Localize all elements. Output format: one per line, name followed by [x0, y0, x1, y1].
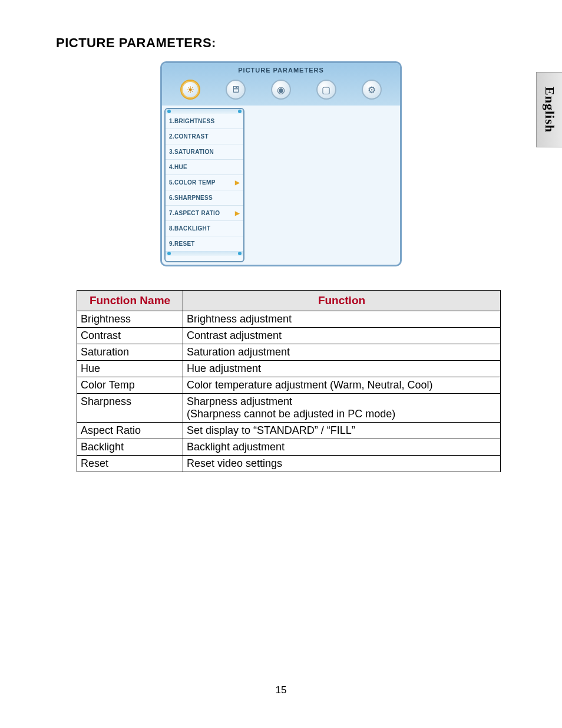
osd-menu-item[interactable]: 1.BRIGHTNESS [166, 114, 243, 129]
osd-menu-item-label: 9.RESET [169, 241, 195, 247]
table-row: BrightnessBrightness adjustment [77, 311, 501, 328]
osd-menu-bottom-strip [166, 251, 243, 256]
table-cell-name: Hue [77, 361, 183, 377]
audio-icon[interactable]: ◉ [271, 80, 291, 100]
table-header-desc: Function [183, 291, 501, 311]
table-header-name: Function Name [77, 291, 183, 311]
osd-menu-item-label: 6.SHARPNESS [169, 195, 213, 201]
osd-menu-item[interactable]: 4.HUE [166, 160, 243, 175]
dot-icon [167, 252, 171, 255]
audio-icon-glyph: ◉ [277, 84, 285, 95]
setup-icon[interactable]: ⚙ [362, 80, 382, 100]
osd-panel: PICTURE PARAMETERS ☀🖥◉▢⚙ 1.BRIGHTNESS2.C… [160, 61, 402, 266]
table-cell-desc: Hue adjustment [183, 361, 501, 377]
pc-icon[interactable]: 🖥 [226, 80, 246, 100]
table-cell-name: Saturation [77, 344, 183, 361]
osd-menu-item-label: 8.BACKLIGHT [169, 225, 211, 232]
setup-icon-glyph: ⚙ [368, 84, 376, 95]
osd-menu-item[interactable]: 9.RESET [166, 236, 243, 251]
dot-icon [167, 110, 171, 113]
table-cell-name: Backlight [77, 439, 183, 456]
osd-menu-item[interactable]: 8.BACKLIGHT [166, 221, 243, 236]
osd-menu: 1.BRIGHTNESS2.CONTRAST3.SATURATION4.HUE5… [164, 108, 244, 262]
picture-icon-glyph: ☀ [186, 84, 194, 95]
osd-menu-item-label: 5.COLOR TEMP [169, 179, 216, 186]
osd-menu-item-label: 1.BRIGHTNESS [169, 118, 215, 124]
table-cell-name: Aspect Ratio [77, 423, 183, 439]
table-row: Aspect RatioSet display to “STANDARD” / … [77, 423, 501, 439]
table-cell-name: Sharpness [77, 394, 183, 423]
language-tab: English [536, 72, 562, 147]
table-row: Color TempColor temperature adjustment (… [77, 377, 501, 394]
table-row: SharpnessSharpness adjustment (Sharpness… [77, 394, 501, 423]
table-cell-name: Color Temp [77, 377, 183, 394]
osd-title: PICTURE PARAMETERS [162, 65, 400, 77]
table-cell-desc: Backlight adjustment [183, 439, 501, 456]
table-row: ResetReset video settings [77, 456, 501, 472]
table-cell-name: Brightness [77, 311, 183, 328]
screen-icon[interactable]: ▢ [316, 80, 336, 100]
section-heading: PICTURE PARAMETERS: [56, 35, 506, 51]
osd-menu-top-strip [166, 109, 243, 114]
table-row: SaturationSaturation adjustment [77, 344, 501, 361]
submenu-arrow-icon: ▶ [235, 210, 240, 216]
table-cell-desc: Saturation adjustment [183, 344, 501, 361]
language-tab-label: English [542, 87, 557, 133]
osd-menu-item[interactable]: 5.COLOR TEMP▶ [166, 175, 243, 190]
dot-icon [238, 252, 242, 255]
osd-menu-item[interactable]: 6.SHARPNESS [166, 190, 243, 206]
table-cell-desc: Color temperature adjustment (Warm, Neut… [183, 377, 501, 394]
osd-menu-item-label: 4.HUE [169, 164, 187, 170]
submenu-arrow-icon: ▶ [235, 179, 240, 186]
table-cell-name: Reset [77, 456, 183, 472]
screen-icon-glyph: ▢ [322, 84, 330, 95]
osd-menu-item-label: 2.CONTRAST [169, 133, 209, 140]
function-table: Function Name Function BrightnessBrightn… [77, 290, 501, 472]
dot-icon [238, 110, 242, 113]
table-cell-desc: Set display to “STANDARD” / “FILL” [183, 423, 501, 439]
table-cell-desc: Sharpness adjustment (Sharpness cannot b… [183, 394, 501, 423]
table-cell-desc: Contrast adjustment [183, 328, 501, 344]
picture-icon[interactable]: ☀ [180, 80, 200, 100]
osd-body: 1.BRIGHTNESS2.CONTRAST3.SATURATION4.HUE5… [162, 106, 400, 265]
osd-tab-row: ☀🖥◉▢⚙ [162, 77, 400, 106]
osd-menu-item-label: 7.ASPECT RATIO [169, 210, 220, 216]
table-row: BacklightBacklight adjustment [77, 439, 501, 456]
table-cell-name: Contrast [77, 328, 183, 344]
page-number: 15 [0, 684, 562, 696]
table-cell-desc: Brightness adjustment [183, 311, 501, 328]
osd-menu-item[interactable]: 3.SATURATION [166, 144, 243, 160]
table-cell-desc: Reset video settings [183, 456, 501, 472]
osd-menu-item[interactable]: 7.ASPECT RATIO▶ [166, 206, 243, 221]
osd-menu-item-label: 3.SATURATION [169, 149, 214, 155]
osd-menu-item[interactable]: 2.CONTRAST [166, 129, 243, 144]
table-row: ContrastContrast adjustment [77, 328, 501, 344]
osd-header: PICTURE PARAMETERS ☀🖥◉▢⚙ [162, 63, 400, 106]
pc-icon-glyph: 🖥 [231, 84, 240, 95]
table-row: HueHue adjustment [77, 361, 501, 377]
osd-content-area [244, 106, 400, 265]
